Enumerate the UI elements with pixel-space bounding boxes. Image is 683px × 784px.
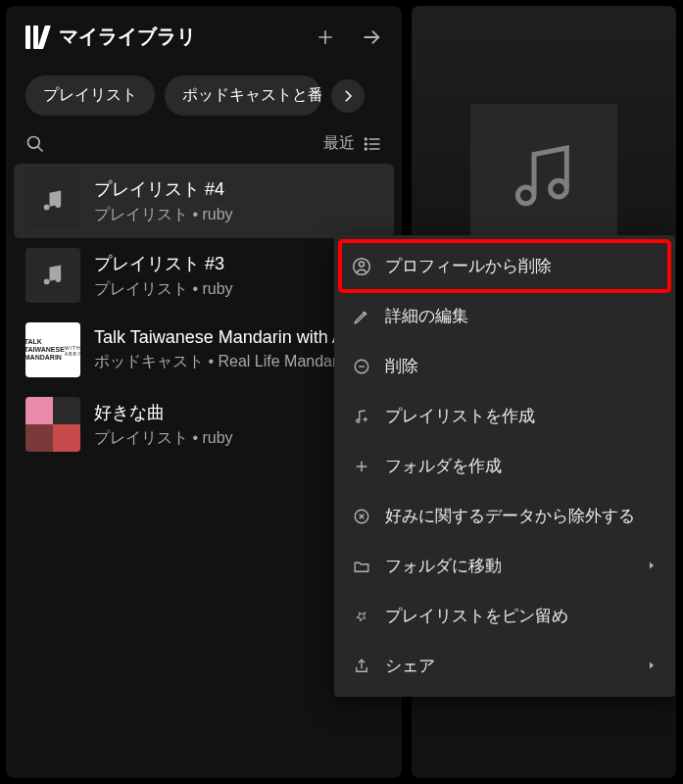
svg-point-10 xyxy=(366,148,367,150)
svg-marker-29 xyxy=(650,562,654,568)
library-item-playlist-4[interactable]: プレイリスト #4 プレイリスト • ruby xyxy=(14,164,394,238)
menu-label: シェア xyxy=(385,655,435,677)
menu-label: フォルダを作成 xyxy=(385,455,502,477)
profile-icon xyxy=(352,257,371,276)
folder-icon xyxy=(352,557,371,576)
music-note-icon xyxy=(39,262,67,289)
share-icon xyxy=(352,657,371,676)
chip-podcast[interactable]: ポッドキャストと番組 xyxy=(165,75,321,116)
menu-label: プレイリストをピン留め xyxy=(385,605,568,627)
podcast-art: TALKTAIWANESEMANDARIN WITH ABBY xyxy=(25,322,80,377)
item-text: Talk Taiwanese Mandarin with Abby ポッドキャス… xyxy=(94,327,372,372)
item-subtitle: プレイリスト • ruby xyxy=(94,205,233,225)
item-title: プレイリスト #3 xyxy=(94,252,233,275)
x-circle-icon xyxy=(352,507,371,526)
item-title: プレイリスト #4 xyxy=(94,177,233,201)
playlist-art xyxy=(25,248,80,303)
menu-label: 詳細の編集 xyxy=(385,305,468,327)
create-button[interactable] xyxy=(316,26,335,48)
sidebar-header: マイライブラリ xyxy=(6,6,402,68)
menu-share[interactable]: シェア xyxy=(340,641,669,691)
svg-point-11 xyxy=(44,205,50,211)
list-icon xyxy=(363,134,382,154)
svg-point-16 xyxy=(551,180,567,197)
item-title: Talk Taiwanese Mandarin with Abby xyxy=(94,327,372,348)
item-text: プレイリスト #3 プレイリスト • ruby xyxy=(94,252,233,300)
item-text: 好きな曲 プレイリスト • ruby xyxy=(94,401,233,449)
chips-scroll-right[interactable] xyxy=(331,79,365,113)
chevron-right-icon xyxy=(646,557,658,576)
svg-point-18 xyxy=(360,262,365,267)
menu-label: 好みに関するデータから除外する xyxy=(385,505,635,527)
menu-label: フォルダに移動 xyxy=(385,555,502,577)
arrow-right-icon xyxy=(361,26,382,48)
header-actions xyxy=(316,26,382,48)
menu-label: プレイリストを作成 xyxy=(385,405,535,427)
svg-point-21 xyxy=(357,419,360,422)
item-subtitle: プレイリスト • ruby xyxy=(94,279,233,300)
svg-point-3 xyxy=(28,136,40,148)
chip-playlist[interactable]: プレイリスト xyxy=(25,75,155,116)
sort-label: 最近 xyxy=(323,133,355,154)
menu-create-playlist[interactable]: プレイリストを作成 xyxy=(340,391,669,441)
menu-move-to-folder[interactable]: フォルダに移動 xyxy=(340,541,669,591)
filter-chips: プレイリスト ポッドキャストと番組 xyxy=(6,68,402,129)
music-note-icon xyxy=(39,187,67,215)
playlist-cover-placeholder xyxy=(470,104,617,251)
plus-icon xyxy=(316,27,335,47)
library-icon xyxy=(25,25,47,49)
chevron-right-icon xyxy=(646,657,658,676)
menu-remove-from-profile[interactable]: プロフィールから削除 xyxy=(340,241,669,291)
item-subtitle: プレイリスト • ruby xyxy=(94,428,233,449)
svg-point-9 xyxy=(366,143,367,145)
sort-button[interactable]: 最近 xyxy=(323,133,382,154)
library-title: マイライブラリ xyxy=(59,24,304,50)
liked-songs-art xyxy=(25,397,80,452)
svg-point-15 xyxy=(517,187,534,204)
pin-icon xyxy=(352,607,371,626)
svg-marker-30 xyxy=(650,662,654,668)
menu-create-folder[interactable]: フォルダを作成 xyxy=(340,441,669,491)
svg-point-12 xyxy=(55,202,61,208)
plus-icon xyxy=(352,457,371,476)
menu-label: 削除 xyxy=(385,355,418,377)
menu-delete[interactable]: 削除 xyxy=(340,341,669,391)
search-sort-row: 最近 xyxy=(6,129,402,164)
svg-point-14 xyxy=(55,276,61,282)
chevron-right-icon xyxy=(339,87,357,105)
expand-button[interactable] xyxy=(361,26,382,48)
svg-point-8 xyxy=(366,138,367,140)
playlist-add-icon xyxy=(352,407,371,426)
svg-point-13 xyxy=(44,279,50,285)
menu-exclude-taste[interactable]: 好みに関するデータから除外する xyxy=(340,491,669,541)
music-note-icon xyxy=(505,138,583,217)
playlist-art xyxy=(25,173,80,228)
item-text: プレイリスト #4 プレイリスト • ruby xyxy=(94,177,233,225)
context-menu: プロフィールから削除 詳細の編集 削除 プレイリストを作成 フォルダを作成 好み… xyxy=(334,235,675,697)
item-subtitle: ポッドキャスト • Real Life Mandarin xyxy=(94,352,372,372)
edit-icon xyxy=(352,307,371,326)
library-search-button[interactable] xyxy=(25,134,45,154)
menu-pin-playlist[interactable]: プレイリストをピン留め xyxy=(340,591,669,641)
search-icon xyxy=(25,134,45,154)
menu-label: プロフィールから削除 xyxy=(385,255,552,277)
minus-circle-icon xyxy=(352,357,371,376)
menu-edit-details[interactable]: 詳細の編集 xyxy=(340,291,669,341)
item-title: 好きな曲 xyxy=(94,401,233,424)
svg-line-4 xyxy=(38,146,43,151)
